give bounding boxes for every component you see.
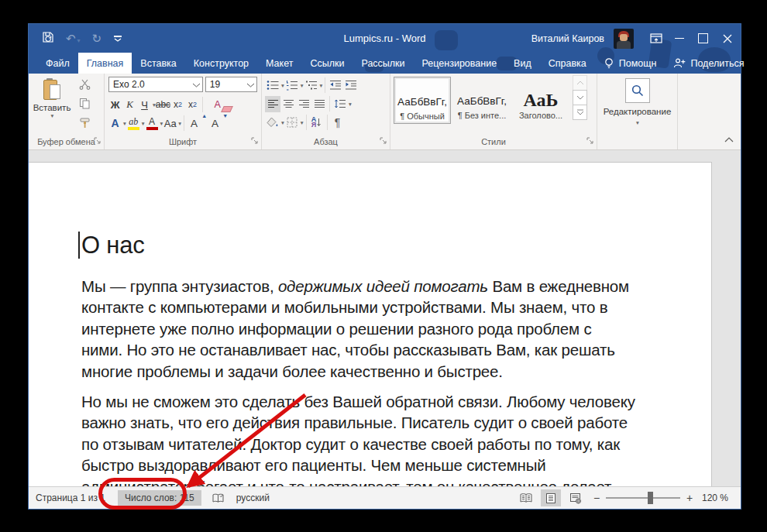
group-clipboard: Вставить ▾ Буфер обмена	[29, 74, 105, 149]
tab-share[interactable]: Поделиться	[665, 53, 752, 74]
decrease-indent-button[interactable]	[328, 77, 343, 94]
highlight-color-button[interactable]: ab	[126, 115, 141, 132]
tab-home[interactable]: Главная	[78, 53, 132, 74]
document-line: ними. Но это не останавливает нас, чтобы…	[81, 339, 682, 360]
document-paragraph: Но мы не сможем это сделать без Вашей об…	[81, 391, 682, 486]
bullet-list-button[interactable]	[265, 77, 280, 94]
document-page[interactable]: О нас Мы — группа энтузиастов, одержимых…	[29, 162, 712, 486]
style-card-normal[interactable]: АаБбВвГг, ¶ Обычный	[394, 77, 451, 124]
borders-button[interactable]	[284, 115, 300, 131]
page-indicator[interactable]: Страница 1 из 1	[36, 493, 105, 503]
align-center-button[interactable]	[280, 96, 296, 112]
quick-access-toolbar: ↶▾ ↻	[42, 31, 122, 46]
group-styles: АаБбВвГг, ¶ Обычный АаБбВвГг, ¶ Без инте…	[390, 74, 597, 149]
group-paragraph: ▾ ▾ ▾	[262, 74, 390, 149]
increase-indent-button[interactable]	[343, 77, 359, 94]
tab-mailings[interactable]: Рассылки	[353, 53, 413, 74]
paste-button[interactable]: Вставить ▾	[32, 76, 72, 136]
desktop: { "titlebar": { "title": "Lumpics.ru - W…	[0, 0, 767, 532]
subscript-button[interactable]: x2	[170, 96, 185, 113]
close-button[interactable]	[714, 24, 741, 53]
text-effects-button[interactable]: А	[108, 115, 122, 132]
tab-references[interactable]: Ссылки	[301, 53, 353, 74]
tab-design[interactable]: Конструктор	[185, 53, 257, 74]
clear-formatting-button[interactable]: А	[210, 96, 225, 113]
collapse-ribbon-button[interactable]	[724, 132, 734, 146]
share-person-icon	[673, 57, 686, 69]
italic-button[interactable]: К	[122, 96, 137, 113]
title-bar: ↶▾ ↻ Lumpics.ru - Word Виталий Каиров	[29, 24, 741, 53]
zoom-slider[interactable]	[606, 497, 680, 499]
tab-assistant[interactable]: Помощн	[595, 53, 666, 74]
tab-insert[interactable]: Вставка	[132, 53, 184, 74]
font-name-combo[interactable]: Exo 2.0	[108, 77, 203, 92]
window-chrome: ↶▾ ↻ Lumpics.ru - Word Виталий Каиров	[29, 24, 741, 74]
tab-view[interactable]: Вид	[505, 53, 540, 74]
document-line: Мы — группа энтузиастов, одержимых идеей…	[81, 276, 682, 297]
bold-button[interactable]: Ж	[108, 96, 122, 113]
superscript-button[interactable]: x2	[185, 96, 200, 113]
grow-font-button[interactable]: А▲	[187, 115, 201, 132]
styles-scroll-down[interactable]	[573, 90, 587, 105]
align-left-button[interactable]	[265, 96, 280, 112]
undo-icon[interactable]: ↶▾	[66, 32, 81, 46]
underline-button[interactable]: Ч	[137, 96, 152, 113]
font-size-combo[interactable]: 19	[205, 77, 257, 92]
ribbon-display-options-icon[interactable]	[645, 24, 668, 53]
zoom-slider-thumb[interactable]	[648, 492, 653, 504]
tab-file[interactable]: Файл	[37, 53, 78, 74]
sort-button[interactable]: АЯ	[309, 115, 325, 131]
ribbon: Вставить ▾ Буфер обмена	[29, 74, 741, 150]
tab-layout[interactable]: Макет	[257, 53, 301, 74]
save-sync-icon[interactable]	[42, 31, 54, 46]
tab-review[interactable]: Рецензирование	[414, 53, 506, 74]
user-cluster: Виталий Каиров	[531, 24, 741, 53]
change-case-button[interactable]: Аа	[163, 115, 177, 132]
read-mode-icon[interactable]	[516, 489, 536, 506]
show-formatting-button[interactable]: ¶	[330, 115, 346, 131]
cut-button[interactable]	[79, 79, 91, 93]
paragraph-dialog-launcher[interactable]	[380, 136, 387, 147]
strikethrough-button[interactable]: abc	[156, 96, 170, 113]
search-icon	[625, 78, 650, 103]
line-spacing-button[interactable]	[332, 96, 348, 112]
style-card-no-spacing[interactable]: АаБбВвГг, ¶ Без инте...	[454, 77, 510, 122]
redo-icon[interactable]: ↻	[92, 33, 102, 44]
font-color-button[interactable]: А	[145, 115, 160, 132]
zoom-in-button[interactable]: +	[683, 492, 696, 504]
minimize-button[interactable]	[668, 24, 691, 53]
editing-button[interactable]: Редактирование ▾	[597, 74, 677, 136]
lightbulb-icon	[604, 57, 614, 70]
style-card-heading[interactable]: АаЬ Заголово...	[513, 77, 569, 122]
chevron-down-icon	[246, 79, 255, 90]
zoom-out-button[interactable]: −	[590, 492, 603, 504]
print-layout-icon[interactable]	[541, 489, 561, 506]
document-paragraph: Мы — группа энтузиастов, одержимых идеей…	[81, 276, 682, 382]
proofing-book-icon[interactable]	[212, 493, 225, 504]
customize-qat-icon[interactable]	[113, 36, 122, 42]
tab-help[interactable]: Справка	[540, 53, 595, 74]
format-painter-button[interactable]	[79, 117, 91, 132]
chevron-down-icon: ▾	[636, 119, 639, 126]
document-line: по отзывам читателей. Доктор судит о кач…	[81, 434, 682, 455]
clipboard-dialog-launcher[interactable]	[94, 136, 101, 147]
web-layout-icon[interactable]	[566, 489, 586, 506]
copy-button[interactable]	[79, 98, 91, 112]
multilevel-list-button[interactable]	[304, 77, 319, 94]
styles-scroll-up[interactable]	[573, 75, 587, 91]
zoom-level[interactable]: 120 %	[702, 493, 728, 503]
align-right-button[interactable]	[296, 96, 311, 112]
avatar[interactable]	[614, 29, 634, 49]
shrink-font-button[interactable]: А▼	[208, 115, 222, 132]
styles-more-button[interactable]	[573, 105, 587, 120]
maximize-button[interactable]	[691, 24, 714, 53]
user-name[interactable]: Виталий Каиров	[531, 33, 604, 44]
justify-button[interactable]	[311, 96, 327, 112]
ribbon-tab-row: Файл Главная Вставка Конструктор Макет С…	[29, 53, 741, 74]
font-dialog-launcher[interactable]	[251, 136, 259, 147]
language-indicator[interactable]: русский	[236, 493, 270, 503]
document-line: Но мы не сможем это сделать без Вашей об…	[81, 391, 682, 412]
shading-button[interactable]	[265, 115, 280, 131]
numbered-list-button[interactable]	[284, 77, 300, 94]
styles-dialog-launcher[interactable]	[586, 136, 594, 147]
